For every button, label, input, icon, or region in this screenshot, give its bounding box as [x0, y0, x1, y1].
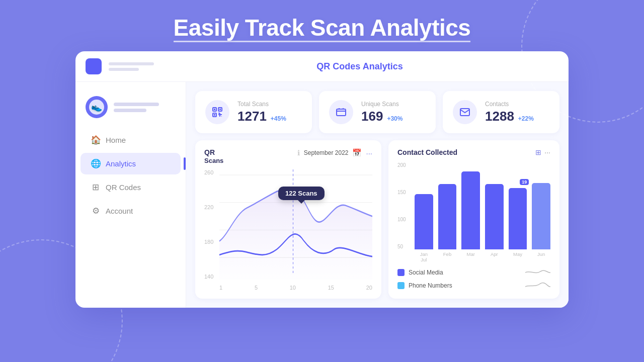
legend-social-dot: [397, 269, 405, 276]
user-lines: [114, 103, 159, 112]
main-layout: 👟 🏠 Home 🌐 Analytics ⊞ QR Codes ⚙: [75, 82, 569, 308]
bar-col-mar: [461, 171, 480, 249]
stats-row: Total Scans 1271 +45%: [195, 91, 559, 133]
month-feb: Feb: [438, 251, 457, 262]
logo-line-2: [109, 68, 139, 71]
sidebar-item-home[interactable]: 🏠 Home: [80, 129, 181, 151]
logo-line-1: [109, 62, 154, 65]
svg-point-20: [292, 188, 294, 193]
bar-y-labels: 200 150 100 50: [397, 162, 406, 249]
total-scans-label: Total Scans: [237, 101, 286, 108]
bar-jun-social: [532, 183, 550, 249]
total-scans-value: 1271: [237, 109, 267, 124]
month-may: May: [509, 251, 527, 262]
total-scans-badge: +45%: [271, 115, 286, 122]
bar-chart-grid-icon[interactable]: ⊞: [535, 148, 541, 156]
contacts-badge: +22%: [518, 115, 534, 122]
svg-rect-3: [214, 109, 215, 110]
unique-scans-value: 169: [361, 109, 383, 124]
legend-area: Social Media Phone Numbers: [397, 267, 550, 291]
contacts-label: Contacts: [485, 101, 534, 108]
bar-chart-more-icon[interactable]: ···: [544, 148, 550, 156]
svg-rect-4: [219, 109, 221, 110]
bar-chart-card: Contact Collected ⊞ ··· 200 150: [388, 140, 559, 299]
nav-label-home: Home: [106, 136, 126, 144]
more-icon[interactable]: ···: [366, 149, 372, 157]
svg-rect-10: [337, 109, 346, 116]
bar-chart-icons: ⊞ ···: [535, 148, 550, 156]
bar-chart-header: Contact Collected ⊞ ···: [397, 148, 550, 156]
user-line-1: [114, 103, 159, 106]
sidebar-item-qr-codes[interactable]: ⊞ QR Codes: [80, 176, 181, 198]
bar-col-feb: [438, 184, 457, 249]
bar-jan-social: [415, 194, 433, 249]
line-chart-card: QR Scans ℹ September 2022 📅 ···: [195, 140, 381, 299]
qr-codes-icon: ⊞: [91, 182, 101, 193]
user-line-2: [114, 109, 146, 112]
legend-social-label: Social Media: [409, 269, 443, 276]
month-mar: Mar: [461, 251, 480, 262]
sidebar: 👟 🏠 Home 🌐 Analytics ⊞ QR Codes ⚙: [75, 82, 186, 308]
unique-scans-info: Unique Scans 169 +30%: [361, 101, 403, 124]
avatar: 👟: [86, 96, 108, 118]
legend-phone-sparkline: [525, 281, 550, 291]
bar-col-may: 19: [509, 188, 527, 249]
month-apr: Apr: [485, 251, 504, 262]
svg-rect-9: [221, 116, 222, 117]
bar-col-jun: [532, 183, 550, 249]
bar-badge: 19: [520, 179, 529, 185]
nav-label-analytics: Analytics: [106, 159, 136, 168]
charts-row: QR Scans ℹ September 2022 📅 ···: [195, 140, 559, 299]
logo-box: [86, 58, 102, 74]
stat-card-total-scans: Total Scans 1271 +45%: [195, 91, 312, 133]
bar-apr-social: [485, 184, 504, 249]
nav-label-account: Account: [106, 207, 133, 215]
bar-may-social: 19: [509, 188, 527, 249]
total-scans-info: Total Scans 1271 +45%: [237, 101, 286, 124]
content-area: Total Scans 1271 +45%: [186, 82, 569, 308]
legend-phone-label: Phone Numbers: [409, 282, 452, 289]
contacts-icon: [453, 100, 477, 124]
stat-card-contacts: Contacts 1288 +22%: [443, 91, 559, 133]
line-chart-title-group: QR Scans: [204, 148, 223, 164]
month-jan: JanJul: [415, 251, 433, 262]
hero-title: Easily Track Scan Analytics: [174, 14, 471, 41]
legend-phone-numbers: Phone Numbers: [397, 281, 550, 291]
legend-phone-dot: [397, 282, 405, 289]
line-chart-header: QR Scans ℹ September 2022 📅 ···: [204, 148, 372, 164]
analytics-icon: 🌐: [91, 158, 101, 169]
bar-chart-title: Contact Collected: [397, 148, 457, 156]
top-bar: QR Codes Analytics: [75, 51, 569, 82]
stat-card-unique-scans: Unique Scans 169 +30%: [319, 91, 436, 133]
bar-mar-social: [461, 171, 480, 249]
legend-social-media: Social Media: [397, 267, 550, 278]
page-title: QR Codes Analytics: [161, 61, 558, 72]
line-chart-area: 260 220 180 140: [204, 169, 372, 291]
bar-col-apr: [485, 184, 504, 249]
contacts-info: Contacts 1288 +22%: [485, 101, 534, 124]
period-label: September 2022: [304, 149, 349, 156]
line-chart-controls: ℹ September 2022 📅 ···: [297, 148, 372, 157]
month-jun: Jun: [532, 251, 550, 262]
total-scans-icon: [205, 100, 229, 124]
contacts-value: 1288: [485, 109, 514, 124]
unique-scans-label: Unique Scans: [361, 101, 403, 108]
legend-social-sparkline: [525, 267, 550, 278]
home-icon: 🏠: [91, 135, 101, 145]
nav-label-qr-codes: QR Codes: [106, 183, 141, 192]
svg-rect-5: [214, 114, 215, 116]
unique-scans-icon: [329, 100, 353, 124]
bars-wrap: 200 150 100 50: [397, 162, 550, 249]
unique-scans-badge: +30%: [387, 115, 403, 122]
account-icon: ⚙: [91, 206, 101, 216]
bar-col-jan: [415, 194, 433, 249]
calendar-icon[interactable]: 📅: [352, 148, 362, 157]
info-icon: ℹ: [297, 149, 300, 157]
bar-month-labels: JanJul Feb Mar Apr May Jun: [397, 251, 550, 262]
sidebar-item-analytics[interactable]: 🌐 Analytics: [80, 153, 181, 174]
line-chart-subtitle: Scans: [204, 157, 223, 164]
avatar-icon: 👟: [89, 100, 104, 115]
sidebar-item-account[interactable]: ⚙ Account: [80, 200, 181, 222]
bar-feb-social: [438, 184, 457, 249]
logo-lines: [109, 62, 154, 71]
